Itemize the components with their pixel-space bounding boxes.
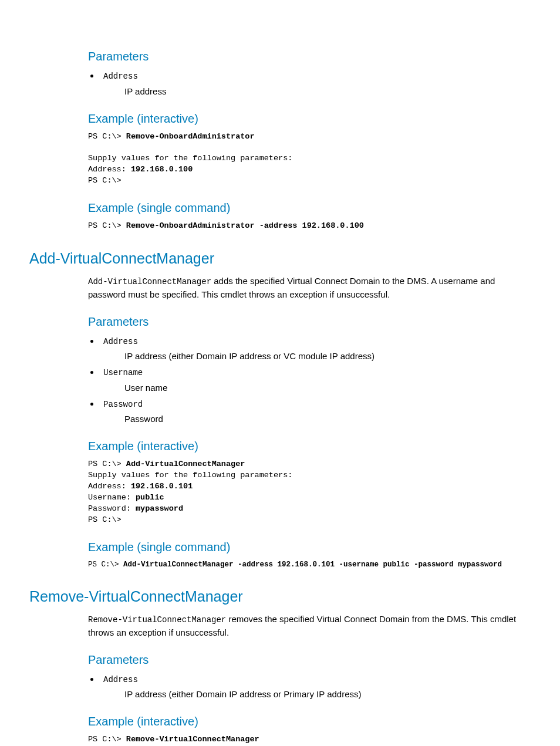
code-text: PS C:\> <box>88 460 126 468</box>
section-title-remove-vcm: Remove-VirtualConnectManager <box>29 586 531 607</box>
code-text: Username: <box>88 493 136 502</box>
code-text: PS C:\> <box>88 515 122 524</box>
code-bold: mypassword <box>136 504 183 513</box>
parameter-list: Address IP address (either Domain IP add… <box>100 673 531 701</box>
code-bold: Remove-OnboardAdministrator -address 192… <box>126 221 364 230</box>
parameters-heading: Parameters <box>88 313 531 330</box>
example-interactive-heading: Example (interactive) <box>88 713 531 730</box>
section-description: Add-VirtualConnectManager adds the speci… <box>88 275 531 301</box>
param-name: Password <box>103 400 143 409</box>
param-name: Username <box>103 368 143 377</box>
list-item: Address IP address <box>100 69 531 97</box>
param-desc: IP address (either Domain IP address or … <box>124 688 531 700</box>
code-block: PS C:\> Add-VirtualConnectManager Supply… <box>88 459 531 525</box>
inline-code: Add-VirtualConnectManager <box>88 277 211 286</box>
code-text: PS C:\> <box>88 735 126 744</box>
code-block: PS C:\> Remove-OnboardAdministrator -add… <box>88 221 531 232</box>
list-item: Username User name <box>100 366 531 394</box>
code-bold: Add-VirtualConnectManager -address 192.1… <box>123 561 502 569</box>
inline-code: Remove-VirtualConnectManager <box>88 615 226 625</box>
code-block: PS C:\> Add-VirtualConnectManager -addre… <box>88 560 531 571</box>
param-name: Address <box>103 337 138 346</box>
code-bold: Add-VirtualConnectManager <box>126 460 245 468</box>
code-bold: 192.168.0.100 <box>131 165 193 174</box>
code-bold: Remove-VirtualConnectManager <box>126 735 259 744</box>
code-text: Password: <box>88 504 136 513</box>
code-text: Address: <box>88 165 131 174</box>
example-single-heading: Example (single command) <box>88 200 531 216</box>
code-text: Supply values for the following paramete… <box>88 471 292 480</box>
param-desc: Password <box>124 413 531 425</box>
parameter-list: Address IP address (either Domain IP add… <box>100 335 531 426</box>
parameters-heading: Parameters <box>88 48 531 65</box>
code-text: PS C:\> <box>88 176 122 185</box>
parameters-heading: Parameters <box>88 652 531 668</box>
param-name: Address <box>103 72 138 81</box>
example-single-heading: Example (single command) <box>88 539 531 555</box>
code-text: PS C:\> <box>88 132 126 141</box>
param-name: Address <box>103 675 138 684</box>
code-text: Supply values for the following paramete… <box>88 154 292 163</box>
parameter-list: Address IP address <box>100 69 531 97</box>
param-desc: IP address (either Domain IP address or … <box>124 350 531 362</box>
section-description: Remove-VirtualConnectManager removes the… <box>88 613 531 639</box>
code-bold: public <box>136 493 164 502</box>
code-block: PS C:\> Remove-VirtualConnectManager Sup… <box>88 734 531 746</box>
example-interactive-heading: Example (interactive) <box>88 110 531 127</box>
example-interactive-heading: Example (interactive) <box>88 438 531 454</box>
param-desc: User name <box>124 382 531 394</box>
code-bold: 192.168.0.101 <box>131 482 193 491</box>
section-title-add-vcm: Add-VirtualConnectManager <box>29 248 531 269</box>
code-block: PS C:\> Remove-OnboardAdministrator Supp… <box>88 131 531 187</box>
code-text: PS C:\> <box>88 561 123 569</box>
code-text: PS C:\> <box>88 221 126 230</box>
list-item: Password Password <box>100 397 531 426</box>
code-bold: Remove-OnboardAdministrator <box>126 132 255 141</box>
code-text: Address: <box>88 482 131 491</box>
list-item: Address IP address (either Domain IP add… <box>100 673 531 701</box>
list-item: Address IP address (either Domain IP add… <box>100 335 531 363</box>
param-desc: IP address <box>124 85 531 97</box>
